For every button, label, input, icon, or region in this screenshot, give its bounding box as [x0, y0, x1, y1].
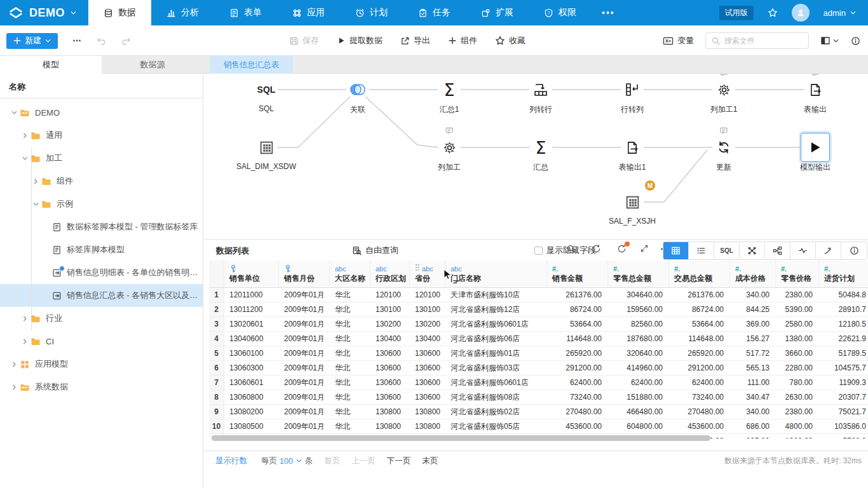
more-actions-icon[interactable]	[72, 36, 82, 46]
flow-node-关联[interactable]	[345, 77, 370, 102]
column-header-成本价格[interactable]: #. 成本价格	[730, 261, 776, 287]
search-input[interactable]	[724, 36, 794, 45]
panel-layout-button[interactable]	[820, 36, 839, 46]
chevron-right-icon[interactable]	[20, 315, 31, 322]
info-icon[interactable]	[851, 36, 860, 46]
table-row[interactable]: 5130601002009年01月华北130600130600河北省盛利服饰01…	[209, 346, 868, 361]
favorite-star-icon[interactable]	[768, 8, 778, 18]
new-button[interactable]: 新建	[6, 33, 58, 49]
next-page-button[interactable]: 下一页	[387, 456, 411, 466]
nav-tab-应用[interactable]: 应用	[277, 0, 340, 25]
table-row[interactable]: 4130406002009年01月华北130400130400河北省盛利服饰06…	[209, 332, 868, 346]
per-page-control[interactable]: 每页 100 条	[261, 456, 313, 466]
refresh-icon[interactable]	[592, 244, 601, 255]
toolbar-action-组件[interactable]: 组件	[448, 35, 477, 46]
file-search-box[interactable]	[705, 32, 809, 49]
checkbox-unchecked[interactable]	[534, 247, 543, 255]
nav-tab-数据[interactable]: 数据	[88, 0, 151, 25]
flow-node-列加工[interactable]	[437, 135, 462, 160]
table-row[interactable]: 2130112002009年01月华北130100130100河北省盛利服饰12…	[209, 302, 868, 317]
column-header-销售月份[interactable]: 销售月份	[279, 261, 330, 287]
table-row[interactable]: 7130606012009年01月华北130600130600河北省盛利服饰06…	[209, 376, 868, 390]
list-view-button[interactable]	[689, 242, 714, 259]
tree-item-销售信息明细表[interactable]: 销售信息明细表 - 各单位的销售明细...	[0, 261, 203, 284]
logo-area[interactable]: DEMO	[0, 0, 88, 25]
sidebar-tab-datasource[interactable]: 数据源	[102, 56, 203, 74]
table-row[interactable]: 6130603002009年01月华北130600130600河北省盛利服饰03…	[209, 361, 868, 376]
flow-node-更新[interactable]	[711, 135, 736, 160]
show-hidden-fields-toggle[interactable]: 显示隐藏字段	[534, 245, 596, 256]
toolbar-action-提取数据[interactable]: 提取数据	[337, 35, 383, 46]
tree-item-CI[interactable]: CI	[0, 330, 203, 353]
user-menu[interactable]: admin	[824, 8, 857, 18]
tree-item-数据标签脚本模型[interactable]: 数据标签脚本模型 - 管理数据标签库	[0, 215, 203, 238]
profile-view-button[interactable]	[790, 242, 816, 259]
flow-node-行转列[interactable]	[620, 77, 645, 102]
lineage-view-button[interactable]	[740, 242, 765, 259]
column-header-省份[interactable]: abc 省份	[410, 261, 445, 287]
chevron-right-icon[interactable]	[31, 178, 41, 185]
chevron-right-icon[interactable]	[9, 384, 20, 391]
refresh-alert-icon[interactable]	[617, 244, 627, 255]
tree-item-系统数据[interactable]: 系统数据	[0, 376, 203, 398]
tree-item-示例[interactable]: 示例	[0, 193, 203, 215]
trend-view-button[interactable]	[816, 242, 841, 259]
nav-tab-分析[interactable]: 分析	[151, 0, 214, 25]
first-page-button[interactable]: 首页	[324, 456, 340, 466]
row-count-button[interactable]: 显示行数	[215, 456, 247, 466]
tree-item-通用[interactable]: 通用	[0, 124, 203, 147]
nav-tab-权限[interactable]: ?权限	[529, 0, 592, 25]
search-data-icon[interactable]	[566, 244, 576, 255]
table-row[interactable]: 10130805002009年01月华北130800130800河北省盛利服饰0…	[209, 419, 868, 434]
toolbar-action-保存[interactable]: 保存	[289, 35, 319, 46]
table-row[interactable]: 8130608002009年01月华北130600130600河北省盛利服饰08…	[209, 390, 868, 405]
tree-item-加工[interactable]: 加工	[0, 147, 203, 170]
table-row[interactable]: 3130206012009年01月华北130200130200河北省盛利服饰06…	[209, 317, 868, 332]
undo-icon[interactable]	[96, 36, 107, 46]
horizontal-scrollbar[interactable]	[212, 435, 710, 441]
table-view-button[interactable]	[663, 242, 689, 259]
prev-page-button[interactable]: 上一页	[351, 456, 376, 466]
flow-canvas[interactable]: SQL SQL 关联Σ 汇总1 列转行 行转列 列加工1 表输出 SAL_DIM…	[204, 74, 868, 239]
chevron-right-icon[interactable]	[20, 338, 31, 345]
toolbar-action-收藏[interactable]: 收藏	[495, 35, 526, 46]
sidebar-tab-model[interactable]: 模型	[0, 56, 102, 74]
tree-item-DEMO[interactable]: DEMO	[0, 101, 203, 124]
column-header-零售总金额[interactable]: #. 零售总金额	[608, 261, 669, 287]
flow-node-SQL[interactable]: SQL	[254, 77, 279, 102]
nav-more-button[interactable]: •••	[592, 0, 625, 25]
flow-node-列转行[interactable]	[528, 77, 553, 102]
sql-view-button[interactable]: SQL	[714, 242, 740, 259]
flow-node-汇总[interactable]: Σ	[528, 135, 553, 160]
chevron-down-icon[interactable]	[9, 109, 20, 116]
nav-tab-计划[interactable]: 计划	[340, 0, 403, 25]
flow-node-模型输出[interactable]	[801, 133, 830, 162]
column-header-交易总金额[interactable]: #. 交易总金额	[669, 261, 730, 287]
variable-button[interactable]: X= 变量	[663, 35, 694, 46]
chevron-down-icon[interactable]	[31, 201, 41, 208]
tree-item-应用模型[interactable]: 应用模型	[0, 353, 203, 376]
avatar[interactable]	[792, 4, 810, 22]
flow-node-SAL_F_XSJH[interactable]: M	[620, 189, 645, 215]
toolbar-action-导出[interactable]: 导出	[400, 35, 430, 46]
chevron-right-icon[interactable]	[9, 361, 20, 368]
table-row[interactable]: 1120110002009年01月华北120100120100天津市盛利服饰10…	[209, 288, 868, 302]
document-tab[interactable]: 销售信息汇总表	[210, 56, 293, 74]
nav-tab-任务[interactable]: 任务	[403, 0, 466, 25]
flow-node-SAL_DIM_XSDW[interactable]	[254, 135, 279, 160]
chevron-down-icon[interactable]	[20, 155, 31, 162]
column-header-大区名称[interactable]: abc 大区名称	[330, 261, 370, 287]
column-header-进货计划[interactable]: #. 进货计划	[819, 261, 868, 287]
column-menu-icon[interactable]	[452, 278, 459, 287]
column-header-销售单位[interactable]: 销售单位	[224, 261, 279, 287]
flow-node-表输出[interactable]	[803, 77, 828, 102]
tree-item-行业[interactable]: 行业	[0, 307, 203, 330]
table-row[interactable]: 9130802002009年01月华北130800130800河北省盛利服饰02…	[209, 405, 868, 419]
column-header-行政区划[interactable]: abc 行政区划	[370, 261, 410, 287]
expand-icon[interactable]	[640, 244, 649, 255]
flow-node-列加工1[interactable]	[711, 77, 736, 102]
column-header-门店名称[interactable]: abc 门店名称	[445, 261, 547, 287]
tree-item-组件[interactable]: 组件	[0, 170, 203, 193]
nav-tab-扩展[interactable]: 扩展	[466, 0, 529, 25]
flow-node-汇总1[interactable]: Σ	[437, 77, 462, 102]
